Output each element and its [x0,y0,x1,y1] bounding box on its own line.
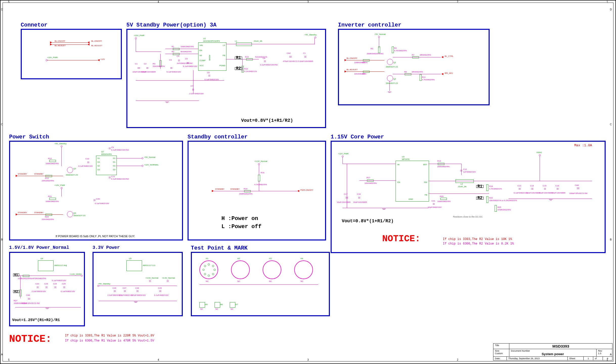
core-formula: Vout=0.8V*(1+R1/R2) [342,220,394,222]
p33-block: U5 AMS1117-3.3 +3.3V_Normal +3.3V_Normal… [93,252,183,316]
u1-ref: U1 [203,37,206,40]
aoz3015-chip: VIN EN V0 COMP LX FB VCC PGND AGND [198,42,226,71]
u1-pn: AOZ3015PI/SOP8 [203,40,220,42]
ruler-left: DCBA [1,8,6,356]
standbyctrl-title: Standby controller [188,134,248,140]
bl-onoff-label: BL-ON/OFF [55,40,65,42]
core-notice-line1: If chip is 3393,The R2 Value is 10K 1% [443,238,512,240]
connector-title: Connetor [21,22,48,28]
inverter-title: Inverter controller [338,22,401,28]
footer-notice-line2: If chip is 6306,The R1 Value is 470R 5% … [65,339,154,343]
core-notice-line2: If chip is 6306,The R2 Value is 8.2K 1% [443,243,514,245]
r1-marker: R1 [235,57,242,59]
core-title: 1.15V Core Power [331,134,384,140]
vout-formula: Vout=0.8V*(1+R1/R2) [241,119,293,122]
power-off-label: L :Power off [221,226,261,228]
r2-marker: R2 [235,67,242,70]
p1518-title: 1.5V/1.8V Power_Normal [9,245,69,250]
doc-subtitle: System power [511,352,595,356]
ruler-top: 54321 [8,1,608,6]
doc-date: Thursday, September 26, 2013 [507,357,568,360]
doc-title: MSD3393 [509,344,612,349]
inverter-block: +5V_Normal R2 200R/0402/5%/NC R4 4.7K/04… [338,29,490,105]
powerswitch-note: If POWER BOARD IS 5stb ONLY ,PL NOT PATC… [56,235,135,237]
standby5v-block: +12V_PWR VIN EN V0 COMP LX FB VCC PGND A… [126,29,326,128]
in-rail: +12V_PWR [134,34,144,37]
schematic-sheet: 54321 54321 DCBA DCBA Connetor BL-ON/OFF… [0,0,616,364]
r1-lbl: R1 [172,45,174,48]
powerswitch-block: +5V_Standby S1 G1 S2 G2 D1 D1 D2 D2 U2 4… [9,141,183,240]
core-block: Max :1.0A +12V_PWR IN EN GND BST SW FB U… [331,141,606,253]
footer-notice-label: NOTICE: [9,333,52,345]
powerswitch-title: Power Switch [9,134,49,140]
power-on-label: H :Power on [221,217,258,220]
core-notice-label: NOTICE: [382,238,420,240]
pwr-12v-label: +12V_PWR [47,56,58,59]
footer-notice-line1: If chip is 3393,The R1 Value is 220R 5% … [65,334,154,337]
p1518-formula: Vout=1.25V*(R1+R2)/R1 [12,319,60,321]
ruler-right: DCBA [610,8,615,356]
standby5v-title: 5V Standby Power(option) 3A [126,22,216,28]
out-rail: +5V_Standby [304,34,316,36]
connector-block: BL-ON/OFF BL-ADJUST BL-ON/OFF BL-ADJUST … [21,29,122,79]
tp-block: H1 NC H2 NC H3 NC H4 NC H5 NC H6 NC H7 N… [191,252,330,316]
p1518-block: U4 AMS1117-Adj R1 220R/0402/5%b/470R/040… [9,252,85,326]
u2-chip: S1 G1 S2 G2 D1 D1 D2 D2 [96,156,117,175]
max-label: Max :1.0A [574,144,592,147]
tp-title: Test Point & MARK [191,245,247,251]
u3-chip: IN EN GND BST SW FB [396,161,429,202]
title-block: Title MSD3393 SizeCustom Document Number… [493,343,612,360]
bl-adjust-label: BL-ADJUST [55,44,66,47]
p33-title: 3.3V Power [93,245,120,250]
standbyctrl-block: +3.3V_Normal R16 4.7K/0402/5% STANDBY ST… [188,141,326,240]
